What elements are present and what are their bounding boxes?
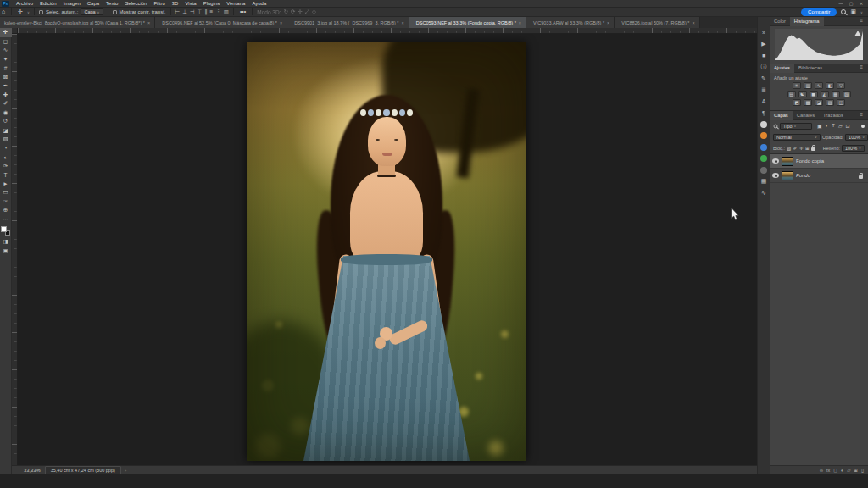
blend-mode-select[interactable]: Normal ∨ [773,134,821,141]
panel-menu-icon[interactable]: ≡ [860,64,866,69]
canvas-area[interactable] [18,34,757,465]
levels-icon[interactable]: ▥ [804,82,812,89]
minimize-button[interactable]: — [837,0,845,7]
panel-tab[interactable]: Trazados [819,111,848,120]
move-tool-icon[interactable]: ✛ [16,8,25,16]
opacity-select[interactable]: 100% ∨ [845,134,868,141]
lock-artboard-icon[interactable]: ⊞ [805,146,810,151]
layer-filter-toggle[interactable] [861,125,865,128]
menu-item[interactable]: Plugins [200,0,224,8]
healing-brush-tool[interactable]: ✚ [0,91,12,100]
status-chevron-icon[interactable]: › [125,469,126,473]
history-brush-tool[interactable]: ↺ [0,117,12,126]
paragraph-panel-icon[interactable]: ¶ [758,108,771,119]
panel-tab[interactable]: Color [770,17,790,26]
close-button[interactable]: ✕ [857,0,865,7]
selective-color-icon[interactable]: ◫ [837,99,845,106]
restore-button[interactable]: ▢ [847,0,855,7]
histogram-refresh-warning-icon[interactable] [854,30,861,36]
home-icon[interactable]: ⌂ [0,8,7,16]
distribute-h-icon[interactable]: ∥ [204,8,207,15]
threshold-icon[interactable]: ◪ [815,99,823,106]
invert-icon[interactable]: ◩ [793,99,801,106]
panel-menu-icon[interactable]: ≡ [860,112,866,117]
vibrance-icon[interactable]: ▽ [837,82,845,89]
actions-stop-icon[interactable]: ■ [758,50,771,62]
layer-filter-type-select[interactable]: Tipo ∨ [780,123,812,130]
document-tab[interactable]: kalen-emsley-Bkci_8qcdvQ-unsplash.jpg al… [0,17,155,28]
adjustment-filter-icon[interactable]: ◐ [826,123,829,129]
panel-tab[interactable]: Histograma [790,17,824,26]
new-layer-icon[interactable]: ⊞ [854,468,858,473]
eyedropper-tool[interactable]: ✒ [0,81,12,91]
visibility-eye-icon[interactable] [772,158,779,164]
menu-item[interactable]: Ayuda [248,0,270,8]
plugin-badge-3[interactable] [758,141,771,153]
lasso-tool[interactable]: ∿ [0,46,12,55]
pen-tool[interactable]: ✑ [0,162,12,171]
color-lookup-icon[interactable]: ▧ [843,91,851,97]
screen-mode-button[interactable]: ▣ [0,247,12,256]
quick-selection-tool[interactable]: ✦ [0,55,12,64]
align-center-h-icon[interactable]: ⊥ [182,8,187,15]
gradient-map-icon[interactable]: ▨ [826,99,834,106]
document-tab[interactable]: _VIC8826.jpg al 50% (7, RGB/8) * × [615,17,699,28]
visibility-eye-icon[interactable] [772,173,779,178]
layer-thumbnail[interactable] [782,171,793,180]
type-filter-icon[interactable]: T [832,123,835,129]
foreground-color-swatch[interactable] [1,226,7,232]
smart-object-filter-icon[interactable]: ⊡ [846,123,850,129]
hand-tool[interactable]: ☞ [0,197,12,207]
lock-transparent-icon[interactable]: ▨ [787,146,791,151]
new-adjustment-icon[interactable]: ◐ [841,468,843,473]
move-tool[interactable]: ✛ [0,28,12,37]
channel-mixer-icon[interactable]: ▦ [832,91,840,97]
brightness-contrast-icon[interactable]: ☀ [793,82,801,89]
link-layers-icon[interactable]: ∞ [820,468,823,473]
menu-item[interactable]: Ventana [223,0,248,8]
lock-all-icon[interactable] [811,145,815,152]
more-options-icon[interactable]: ••• [238,8,248,16]
crop-tool[interactable]: # [0,64,12,73]
new-group-icon[interactable]: ▱ [847,468,850,473]
align-right-icon[interactable]: ⊣ [190,8,195,15]
tab-close-icon[interactable]: × [607,20,609,25]
search-icon[interactable] [841,9,846,14]
info-panel-icon[interactable]: ⓘ [758,62,771,74]
photoshop-logo-icon[interactable]: Ps [2,1,9,7]
document-tab[interactable]: _VIC9033.ARW al 33,3% (RGB/8) * × [526,17,615,28]
plugin-badge-2[interactable] [758,130,771,142]
brush-tool[interactable]: ✐ [0,99,12,108]
panel-tab[interactable]: Canales [793,111,819,120]
fill-select[interactable]: 100% ∨ [842,145,865,152]
menu-item[interactable]: 3D [169,0,182,8]
tab-close-icon[interactable]: × [280,20,282,25]
marquee-tool[interactable]: ◻ [0,37,12,47]
menu-item[interactable]: Selección [121,0,150,8]
black-white-icon[interactable]: ◼ [810,91,818,97]
document-tab[interactable]: _DSC0496.NEF al 52,5% (Capa 0, Máscara d… [155,17,287,28]
plugin-badge-1[interactable] [758,119,771,130]
character-panel-icon[interactable]: A [758,96,771,108]
panel-tab[interactable]: Bibliotecas [794,64,826,73]
align-options-icon[interactable]: ▥ [224,8,229,15]
layer-thumbnail[interactable] [782,157,793,166]
auto-select-target-select[interactable]: Capa ∨ [81,8,103,15]
tab-close-icon[interactable]: × [402,20,404,25]
show-transform-checkbox[interactable] [113,10,117,14]
collapse-dock-icon[interactable]: » [758,27,771,39]
zoom-tool[interactable]: ⊕ [0,206,12,215]
document-tab[interactable]: _DSC9901_3.jpg al 18,7% (_DSC9969_3, RGB… [287,17,409,28]
zoom-level-field[interactable]: 33,33% [24,468,41,473]
layer-style-fx-icon[interactable]: fx [826,468,830,473]
menu-item[interactable]: Texto [103,0,121,8]
plugin-badge-4[interactable] [758,153,771,165]
align-top-icon[interactable]: ⊤ [198,8,203,15]
frame-tool[interactable]: ⊠ [0,73,12,82]
quick-mask-button[interactable]: ◨ [0,237,12,247]
panel-tab[interactable]: Capas [770,111,793,120]
layer-row[interactable]: Fondo copia [770,154,868,169]
share-button[interactable]: Compartir [801,8,837,16]
grid-panel-icon[interactable]: ▦ [758,176,771,188]
edit-toolbar-button[interactable]: ⋯ [0,215,12,225]
